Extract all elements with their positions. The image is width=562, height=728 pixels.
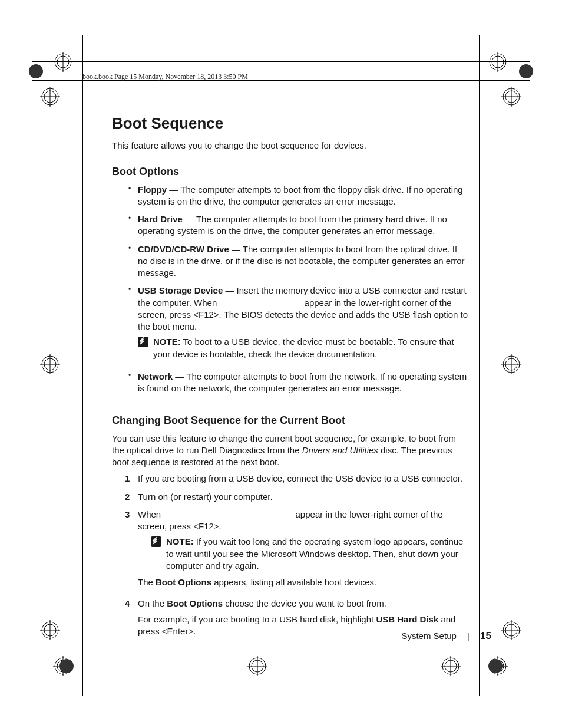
option-hard-drive: Hard Drive — The computer attempts to bo… xyxy=(128,213,468,243)
option-cd-dvd: CD/DVD/CD-RW Drive — The computer attemp… xyxy=(128,243,468,285)
heading-boot-sequence: Boot Sequence xyxy=(112,113,468,134)
text: — The computer attempts to boot from the… xyxy=(138,371,467,393)
document-body: Boot Sequence This feature allows you to… xyxy=(112,113,468,647)
step-2: Turn on (or restart) your computer. xyxy=(125,491,468,509)
option-usb: USB Storage Device — Insert the memory d… xyxy=(128,285,468,371)
text-bold: USB Hard Disk xyxy=(376,614,438,624)
crop-line xyxy=(32,61,530,62)
crop-line xyxy=(479,35,480,696)
note-icon xyxy=(138,337,148,347)
texture-dot-icon xyxy=(518,64,534,79)
svg-point-50 xyxy=(59,659,74,673)
step-3: When appear in the lower-right corner of… xyxy=(125,509,468,598)
texture-dot-icon xyxy=(59,658,74,674)
option-network: Network — The computer attempts to boot … xyxy=(128,371,468,401)
registration-mark-icon xyxy=(53,52,73,72)
note-text: If you wait too long and the operating s… xyxy=(166,536,463,571)
note-step3: NOTE: If you wait too long and the opera… xyxy=(151,536,468,572)
term: Floppy xyxy=(138,185,167,195)
svg-point-48 xyxy=(29,64,43,78)
changing-intro: You can use this feature to change the c… xyxy=(112,433,468,469)
crop-line xyxy=(32,648,530,648)
footer-page-number: 15 xyxy=(480,630,491,641)
term: USB Storage Device xyxy=(138,285,223,295)
crop-line xyxy=(500,35,500,696)
term: Hard Drive xyxy=(138,214,183,224)
texture-dot-icon xyxy=(488,658,503,674)
text: The xyxy=(138,577,156,587)
intro-text: This feature allows you to change the bo… xyxy=(112,140,468,151)
registration-mark-icon xyxy=(501,87,521,107)
heading-boot-options: Boot Options xyxy=(112,164,468,179)
text: choose the device you want to boot from. xyxy=(223,598,386,608)
footer-section: System Setup xyxy=(401,631,456,641)
texture-dot-icon xyxy=(28,64,44,79)
registration-mark-icon xyxy=(247,656,267,676)
text: appear in the lower-right corner of the … xyxy=(138,509,443,531)
note-icon xyxy=(151,536,161,547)
registration-mark-icon xyxy=(501,620,521,640)
footer-separator: | xyxy=(467,630,470,642)
heading-changing-boot: Changing Boot Sequence for the Current B… xyxy=(112,413,468,427)
registration-mark-icon xyxy=(488,52,508,72)
registration-mark-icon xyxy=(501,354,521,374)
svg-point-49 xyxy=(519,64,533,78)
note-label: NOTE: xyxy=(166,536,194,546)
text-bold: Boot Options xyxy=(156,577,211,587)
text-bold: Boot Options xyxy=(167,598,223,608)
crop-line xyxy=(82,35,83,696)
svg-point-51 xyxy=(488,659,503,673)
page-footer: System Setup | 15 xyxy=(0,630,491,643)
text: On the xyxy=(138,598,167,608)
page-bookmark: book.book Page 15 Monday, November 18, 2… xyxy=(82,72,248,81)
term: Network xyxy=(138,371,173,381)
text: For example, if you are booting to a USB… xyxy=(138,614,376,624)
text: — The computer attempts to boot from the… xyxy=(138,214,447,236)
note-label: NOTE: xyxy=(153,337,181,347)
text: appears, listing all available boot devi… xyxy=(211,577,376,587)
registration-mark-icon xyxy=(40,354,60,374)
text: If you are booting from a USB device, co… xyxy=(138,473,462,483)
step-1: If you are booting from a USB device, co… xyxy=(125,473,468,490)
text: — The computer attempts to boot from the… xyxy=(138,185,463,206)
option-floppy: Floppy — The computer attempts to boot f… xyxy=(128,184,468,214)
text: Turn on (or restart) your computer. xyxy=(138,492,273,502)
note-text: To boot to a USB device, the device must… xyxy=(153,337,454,358)
note-usb: NOTE: To boot to a USB device, the devic… xyxy=(138,336,468,360)
text: When xyxy=(138,509,163,519)
term: CD/DVD/CD-RW Drive xyxy=(138,244,229,254)
text-italic: Drivers and Utilities xyxy=(302,445,378,455)
registration-mark-icon xyxy=(40,87,60,107)
crop-line xyxy=(62,35,62,696)
registration-mark-icon xyxy=(441,656,461,676)
